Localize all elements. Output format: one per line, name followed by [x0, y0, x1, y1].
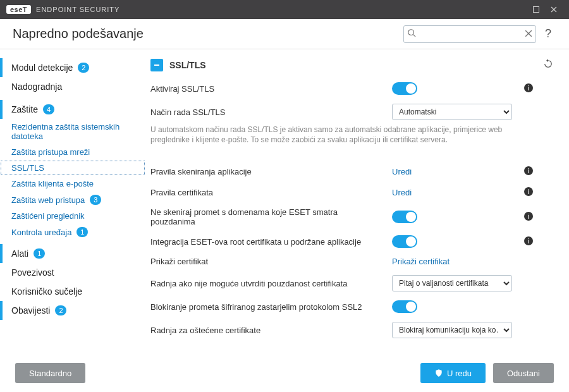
sidebar-sub-resident[interactable]: Rezidentna zaštita sistemskih datoteka [0, 119, 145, 144]
info-icon[interactable]: i [520, 211, 534, 223]
toggle-trusted-domains[interactable] [392, 211, 417, 223]
sidebar-sub-device[interactable]: Kontrola uređaja1 [0, 224, 145, 240]
search-field[interactable] [403, 25, 536, 43]
row-show-cert: Prikaži certifikat Prikaži certifikat [150, 252, 554, 271]
select-unknown-cert[interactable]: Pitaj o valjanosti certifikata [392, 275, 512, 291]
sidebar-sub-browser[interactable]: Zaštićeni preglednik [0, 208, 145, 224]
select-ssl-mode[interactable]: Automatski [392, 104, 512, 120]
label: Pravila skeniranja aplikacije [150, 167, 384, 176]
info-icon[interactable]: i [520, 236, 534, 248]
select-damaged-cert[interactable]: Blokiraj komunikaciju koja ko… [392, 322, 512, 338]
sidebar-item-connectivity[interactable]: Povezivost [0, 263, 145, 282]
row-app-rules: Pravila skeniranja aplikacije Uredi i [150, 161, 554, 182]
clear-search-icon[interactable] [525, 28, 532, 40]
label: Ne skeniraj promet s domenama koje ESET … [150, 207, 384, 226]
collapse-toggle[interactable] [150, 59, 163, 71]
sidebar-item-label: Kontrola uređaja [11, 228, 71, 237]
label: Način rada SSL/TLS [150, 107, 384, 117]
sidebar-sub-email[interactable]: Zaštita klijenta e-pošte [0, 176, 145, 192]
label: Pravila certifikata [150, 188, 384, 197]
toggle-ssl2-block[interactable] [392, 300, 417, 313]
sidebar-item-label: Rezidentna zaštita sistemskih datoteka [11, 122, 134, 141]
svg-point-1 [408, 29, 414, 35]
ok-button[interactable]: U redu [420, 363, 486, 383]
label: Radnja ako nije moguće utvrditi pouzdano… [150, 279, 384, 288]
mode-help-text: U automatskom načinu rada SSL/TLS je akt… [150, 125, 505, 152]
brand-badge: eseT [6, 5, 31, 14]
row-cert-rules: Pravila certifikata Uredi i [150, 182, 554, 203]
window-maximize-icon[interactable] [527, 0, 545, 19]
sidebar-item-tools[interactable]: Alati1 [0, 244, 145, 263]
sidebar-item-label: Povezivost [11, 267, 54, 278]
row-ssl2-block: Blokiranje prometa šifriranog zastarjeli… [150, 296, 554, 317]
badge: 1 [34, 248, 45, 259]
sidebar-item-label: SSL/TLS [11, 163, 44, 173]
svg-text:i: i [528, 212, 529, 220]
sidebar-item-label: Korisničko sučelje [11, 286, 82, 297]
label: Integracija ESET-ova root certifikata u … [150, 237, 384, 247]
row-damaged-cert: Radnja za oštećene certifikate Blokiraj … [150, 317, 554, 343]
sidebar-item-label: Zaštite [11, 104, 38, 114]
search-icon [407, 28, 416, 40]
sidebar-item-label: Zaštićeni preglednik [11, 211, 85, 221]
svg-text:i: i [528, 188, 529, 195]
page-title: Napredno podešavanje [13, 27, 403, 41]
badge: 4 [43, 104, 54, 114]
label: Prikaži certifikat [150, 257, 384, 266]
undo-icon[interactable] [542, 58, 554, 71]
title-bar: eseT ENDPOINT SECURITY [0, 0, 569, 19]
link-edit-app-rules[interactable]: Uredi [392, 167, 412, 176]
badge: 2 [78, 63, 89, 73]
toggle-root-integration[interactable] [392, 235, 417, 248]
label: Aktiviraj SSL/TLS [150, 84, 384, 94]
badge: 2 [55, 305, 66, 315]
row-root-integration: Integracija ESET-ova root certifikata u … [150, 231, 554, 252]
label: Radnja za oštećene certifikate [150, 326, 384, 335]
sidebar-sub-network[interactable]: Zaštita pristupa mreži [0, 144, 145, 160]
svg-text:i: i [528, 84, 529, 92]
link-show-cert[interactable]: Prikaži certifikat [392, 257, 450, 266]
svg-text:i: i [528, 167, 529, 175]
row-ssl-mode: Način rada SSL/TLS Automatski [150, 99, 554, 125]
row-enable-ssl: Aktiviraj SSL/TLS i [150, 78, 554, 99]
sidebar-item-protections[interactable]: Zaštite4 [0, 100, 145, 119]
row-trusted-domains: Ne skeniraj promet s domenama koje ESET … [150, 203, 554, 231]
sidebar-item-ui[interactable]: Korisničko sučelje [0, 282, 145, 301]
info-icon[interactable]: i [520, 187, 534, 199]
sidebar-item-label: Alati [11, 248, 28, 259]
brand-name: ENDPOINT SECURITY [36, 6, 119, 13]
svg-text:i: i [528, 237, 529, 245]
label: Blokiranje prometa šifriranog zastarjeli… [150, 302, 384, 312]
default-button[interactable]: Standardno [15, 363, 85, 383]
badge: 3 [90, 195, 101, 205]
link-edit-cert-rules[interactable]: Uredi [392, 188, 412, 197]
sidebar-item-label: Zaštita web pristupa [11, 195, 85, 205]
help-button[interactable]: ? [540, 27, 556, 40]
sidebar-item-label: Nadogradnja [11, 82, 62, 92]
sidebar-item-notifications[interactable]: Obavijesti2 [0, 301, 145, 320]
row-unknown-cert: Radnja ako nije moguće utvrditi pouzdano… [150, 271, 554, 296]
toggle-enable-ssl[interactable] [392, 82, 417, 95]
sidebar-item-label: Obavijesti [11, 305, 50, 315]
main-panel: SSL/TLS Aktiviraj SSL/TLS i Način rada S… [145, 49, 569, 354]
sidebar-item-label: Modul detekcije [11, 63, 73, 73]
sidebar-sub-ssltls[interactable]: SSL/TLS [0, 160, 145, 176]
sidebar-sub-web[interactable]: Zaštita web pristupa3 [0, 192, 145, 208]
search-input[interactable] [403, 25, 536, 43]
cancel-button[interactable]: Odustani [493, 363, 554, 383]
info-icon[interactable]: i [520, 166, 534, 178]
sidebar-item-update[interactable]: Nadogradnja [0, 77, 145, 96]
shield-icon [434, 369, 443, 377]
sidebar-item-detection[interactable]: Modul detekcije2 [0, 58, 145, 77]
svg-rect-0 [534, 7, 539, 13]
window-close-icon[interactable] [545, 0, 563, 19]
info-icon[interactable]: i [520, 83, 534, 95]
sidebar-item-label: Zaštita pristupa mreži [11, 147, 90, 157]
sidebar: Modul detekcije2 Nadogradnja Zaštite4 Re… [0, 49, 145, 354]
badge: 1 [76, 227, 88, 237]
sidebar-item-label: Zaštita klijenta e-pošte [11, 179, 94, 188]
ok-label: U redu [447, 369, 472, 378]
top-bar: Napredno podešavanje ? [0, 19, 569, 49]
section-title: SSL/TLS [169, 60, 536, 70]
footer: Standardno U redu Odustani [0, 354, 569, 392]
